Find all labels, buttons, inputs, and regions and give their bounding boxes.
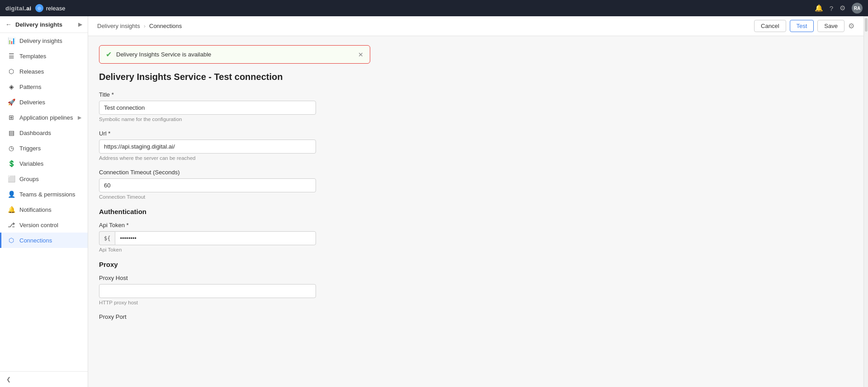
page-settings-icon[interactable]: ⚙ xyxy=(848,22,854,30)
api-token-prefix: ${ xyxy=(99,231,115,245)
authentication-section-title: Authentication xyxy=(99,208,853,215)
sidebar-item-patterns[interactable]: ◈ Patterns xyxy=(0,79,88,94)
cancel-button[interactable]: Cancel xyxy=(754,20,786,32)
breadcrumb: Delivery insights › Connections xyxy=(97,23,182,29)
api-token-input-group: ${ xyxy=(99,231,316,245)
sidebar-item-connections[interactable]: ⬡ Connections xyxy=(0,233,88,248)
timeout-form-group: Connection Timeout (Seconds) Connection … xyxy=(99,169,853,200)
api-token-input[interactable] xyxy=(115,231,316,245)
user-avatar[interactable]: RA xyxy=(852,3,863,14)
topbar-product-name: release xyxy=(46,5,66,12)
url-hint: Address where the server can be reached xyxy=(99,155,853,161)
dashboards-icon: ▤ xyxy=(8,129,15,136)
sidebar-item-label: Notifications xyxy=(19,206,81,213)
patterns-icon: ◈ xyxy=(8,83,15,90)
timeout-input[interactable] xyxy=(99,178,316,192)
breadcrumb-connections: Connections xyxy=(149,23,182,29)
url-label: Url xyxy=(99,130,853,137)
sidebar-item-label: Patterns xyxy=(19,84,81,90)
sidebar-item-label: Releases xyxy=(19,68,81,75)
sidebar-item-label: Connections xyxy=(19,237,81,244)
groups-icon: ⬜ xyxy=(8,175,15,182)
proxy-section-title: Proxy xyxy=(99,261,853,268)
topbar-left: digital.ai ◎ release xyxy=(5,4,65,12)
application-pipelines-icon: ⊞ xyxy=(8,114,15,121)
alert-check-icon: ✔ xyxy=(106,50,112,59)
sidebar-item-dashboards[interactable]: ▤ Dashboards xyxy=(0,125,88,140)
layout: ← Delivery insights ▶ 📊 Delivery insight… xyxy=(0,16,868,387)
sidebar-item-label: Triggers xyxy=(19,145,81,152)
breadcrumb-bar: Delivery insights › Connections Cancel T… xyxy=(88,16,863,36)
timeout-hint: Connection Timeout xyxy=(99,194,853,200)
proxy-port-label: Proxy Port xyxy=(99,313,853,320)
proxy-host-label: Proxy Host xyxy=(99,275,853,281)
save-button[interactable]: Save xyxy=(817,20,844,32)
proxy-port-form-group: Proxy Port xyxy=(99,313,853,320)
variables-icon: 💲 xyxy=(8,160,15,167)
proxy-host-form-group: Proxy Host HTTP proxy host xyxy=(99,275,853,305)
connections-icon: ⬡ xyxy=(8,237,15,244)
sidebar-item-groups[interactable]: ⬜ Groups xyxy=(0,171,88,187)
release-icon: ◎ xyxy=(35,4,43,12)
sidebar-item-label: Variables xyxy=(19,160,81,167)
releases-icon: ⬡ xyxy=(8,68,15,75)
title-label: Title xyxy=(99,91,853,98)
topbar-right: 🔔 ? ⚙ RA xyxy=(815,3,863,14)
delivery-insights-icon: 📊 xyxy=(8,37,15,44)
sidebar-header[interactable]: ← Delivery insights ▶ xyxy=(0,16,88,33)
sidebar-item-label: Version control xyxy=(19,222,81,228)
topbar: digital.ai ◎ release 🔔 ? ⚙ RA xyxy=(0,0,868,16)
sidebar: ← Delivery insights ▶ 📊 Delivery insight… xyxy=(0,16,88,387)
sidebar-item-label: Groups xyxy=(19,176,81,182)
triggers-icon: ◷ xyxy=(8,145,15,152)
sidebar-item-releases[interactable]: ⬡ Releases xyxy=(0,64,88,79)
sidebar-item-label: Dashboards xyxy=(19,130,81,136)
sidebar-item-version-control[interactable]: ⎇ Version control xyxy=(0,217,88,233)
proxy-host-hint: HTTP proxy host xyxy=(99,300,853,305)
sidebar-item-triggers[interactable]: ◷ Triggers xyxy=(0,140,88,156)
sidebar-collapse[interactable]: ❮ xyxy=(0,371,88,387)
url-input[interactable] xyxy=(99,140,316,154)
alert-close-button[interactable]: ✕ xyxy=(358,51,363,58)
sidebar-item-notifications[interactable]: 🔔 Notifications xyxy=(0,202,88,217)
topbar-logo: digital.ai xyxy=(5,5,32,12)
scrollbar[interactable] xyxy=(863,16,868,387)
sidebar-item-label: Application pipelines xyxy=(19,114,73,121)
api-token-label: Api Token xyxy=(99,222,853,228)
notifications-icon: 🔔 xyxy=(8,206,15,213)
expand-arrow-icon: ▶ xyxy=(78,115,81,121)
sidebar-item-deliveries[interactable]: 🚀 Deliveries xyxy=(0,94,88,110)
sidebar-item-teams-permissions[interactable]: 👤 Teams & permissions xyxy=(0,187,88,202)
sidebar-item-label: Delivery insights xyxy=(19,37,81,44)
sidebar-header-icon: ← xyxy=(5,21,12,28)
sidebar-item-templates[interactable]: ☰ Templates xyxy=(0,48,88,64)
proxy-host-input[interactable] xyxy=(99,284,316,298)
collapse-icon: ❮ xyxy=(6,376,11,382)
breadcrumb-separator: › xyxy=(144,23,146,29)
sidebar-item-variables[interactable]: 💲 Variables xyxy=(0,156,88,171)
deliveries-icon: 🚀 xyxy=(8,98,15,106)
breadcrumb-delivery-insights[interactable]: Delivery insights xyxy=(97,23,140,29)
breadcrumb-actions: Cancel Test Save ⚙ xyxy=(754,20,854,32)
templates-icon: ☰ xyxy=(8,52,15,60)
scroll-thumb xyxy=(865,18,868,32)
api-token-form-group: Api Token ${ Api Token xyxy=(99,222,853,252)
alert-message: Delivery Insights Service is available xyxy=(116,51,211,58)
version-control-icon: ⎇ xyxy=(8,221,15,228)
title-input[interactable] xyxy=(99,101,316,115)
timeout-label: Connection Timeout (Seconds) xyxy=(99,169,853,176)
api-token-hint: Api Token xyxy=(99,247,853,252)
title-form-group: Title Symbolic name for the configuratio… xyxy=(99,91,853,122)
settings-icon[interactable]: ⚙ xyxy=(840,4,845,12)
sidebar-item-application-pipelines[interactable]: ⊞ Application pipelines ▶ xyxy=(0,110,88,125)
sidebar-item-label: Templates xyxy=(19,53,81,60)
teams-icon: 👤 xyxy=(8,191,15,198)
content-area: ✔ Delivery Insights Service is available… xyxy=(88,36,863,387)
help-icon[interactable]: ? xyxy=(830,5,833,12)
notification-icon[interactable]: 🔔 xyxy=(815,4,823,12)
availability-alert: ✔ Delivery Insights Service is available… xyxy=(99,45,370,64)
sidebar-item-delivery-insights[interactable]: 📊 Delivery insights xyxy=(0,33,88,48)
sidebar-header-title: Delivery insights xyxy=(15,21,62,28)
sidebar-item-label: Deliveries xyxy=(19,99,81,106)
test-button[interactable]: Test xyxy=(790,20,814,32)
